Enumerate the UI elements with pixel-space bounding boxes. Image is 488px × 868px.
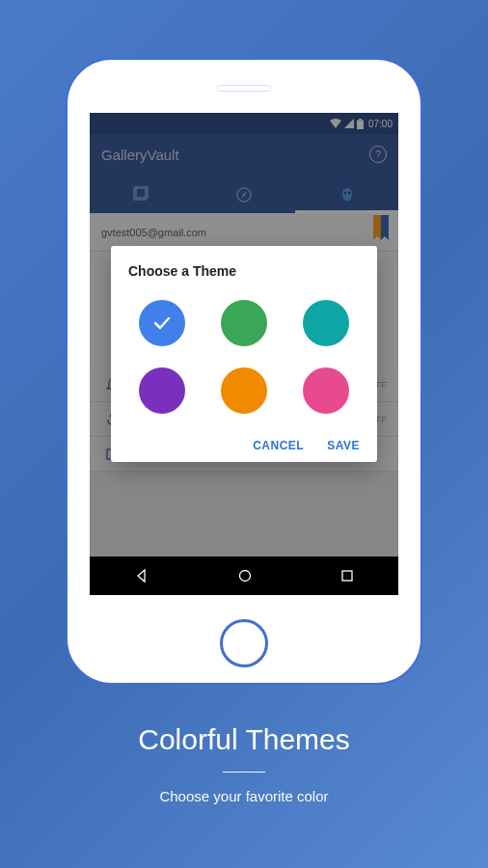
dialog-title: Choose a Theme [128, 263, 360, 279]
phone-speaker [217, 85, 271, 92]
phone-home-button [220, 619, 268, 667]
svg-rect-10 [342, 571, 352, 581]
modal-scrim[interactable]: Choose a Theme CANCEL SAVE [90, 113, 398, 595]
theme-purple[interactable] [139, 367, 185, 414]
theme-swatches [128, 296, 360, 431]
theme-orange[interactable] [221, 367, 267, 414]
theme-teal[interactable] [303, 300, 349, 346]
theme-blue[interactable] [139, 300, 185, 346]
check-icon [151, 312, 173, 334]
theme-green[interactable] [221, 300, 267, 346]
marketing-block: Colorful Themes Choose your favorite col… [138, 723, 350, 804]
nav-recent[interactable] [340, 569, 354, 583]
theme-pink[interactable] [303, 367, 349, 414]
phone-screen: 07:00 GalleryVault ? gvtest005@gmail.com [90, 113, 398, 595]
android-nav-bar [90, 556, 398, 595]
theme-dialog: Choose a Theme CANCEL SAVE [111, 246, 377, 462]
phone-frame: 07:00 GalleryVault ? gvtest005@gmail.com [66, 58, 422, 685]
cancel-button[interactable]: CANCEL [253, 439, 304, 452]
dialog-actions: CANCEL SAVE [128, 431, 360, 452]
divider [223, 772, 265, 773]
marketing-headline: Colorful Themes [138, 723, 350, 756]
nav-home[interactable] [237, 568, 253, 583]
nav-back[interactable] [134, 568, 149, 583]
save-button[interactable]: SAVE [327, 439, 360, 452]
marketing-subline: Choose your favorite color [138, 788, 350, 804]
svg-point-9 [239, 571, 250, 582]
